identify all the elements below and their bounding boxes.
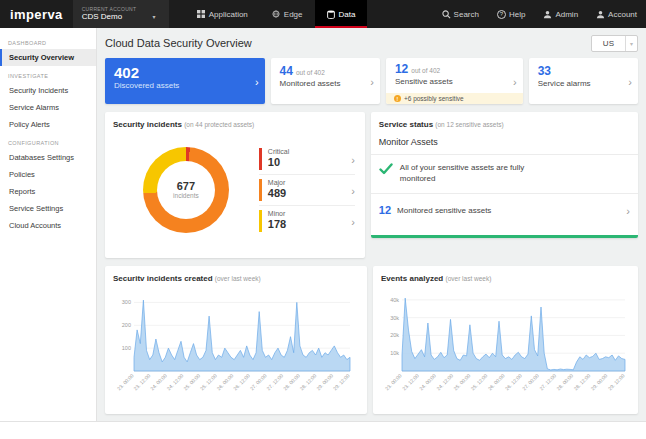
status-message-row: All of your sensitive assets are fully m… xyxy=(379,155,630,193)
svg-text:25. 00:00: 25. 00:00 xyxy=(182,372,201,391)
sidebar-item-security-overview[interactable]: Security Overview xyxy=(0,49,96,66)
sidebar-item-reports[interactable]: Reports xyxy=(0,183,96,200)
imperva-logo: imperva xyxy=(0,0,73,28)
account-user-icon xyxy=(596,10,605,19)
sidebar-item-cloud-accounts[interactable]: Cloud Accounts xyxy=(0,217,96,234)
legend-row-minor[interactable]: Minor178 xyxy=(259,206,355,236)
kpi-label: Sensitive assets xyxy=(395,77,514,86)
search-icon xyxy=(442,10,451,19)
svg-text:200: 200 xyxy=(122,322,131,328)
legend-row-major[interactable]: Major489 xyxy=(259,175,355,206)
sidebar-item-policies[interactable]: Policies xyxy=(0,166,96,183)
kpi-suffix: out of 402 xyxy=(296,69,325,76)
chevron-right-icon xyxy=(370,72,374,90)
card-title: Securitv incidents created (over last we… xyxy=(113,274,359,283)
svg-text:28. 12:00: 28. 12:00 xyxy=(299,372,318,391)
svg-text:23. 00:00: 23. 00:00 xyxy=(116,372,135,391)
card-title-text: Service status xyxy=(379,120,433,129)
admin-label: Admin xyxy=(555,10,578,19)
legend-color-bar xyxy=(259,179,262,201)
region-selector[interactable]: US xyxy=(591,35,638,52)
sidebar-item-databases-settings[interactable]: Databases Settings xyxy=(0,149,96,166)
page-footer xyxy=(0,421,646,439)
chevron-right-icon xyxy=(255,72,259,90)
incidents-created-chart-card: Securitv incidents created (over last we… xyxy=(105,266,367,414)
app-window: imperva CURRENT ACCOUNT CDS Demo Applica… xyxy=(0,0,646,439)
kpi-sensitive-assets[interactable]: 12 out of 402 Sensitive assets +6 possib… xyxy=(386,58,523,104)
svg-text:28. 12:00: 28. 12:00 xyxy=(572,372,591,391)
card-title: Events analyzed (over last week) xyxy=(381,274,630,283)
account-button[interactable]: Account xyxy=(587,0,646,28)
sidebar-item-policy-alerts[interactable]: Policy Alerts xyxy=(0,116,96,133)
check-icon xyxy=(379,163,393,175)
account-label: Account xyxy=(608,10,637,19)
chevron-right-icon xyxy=(626,201,630,219)
incidents-donut-chart: 677 incidents xyxy=(113,147,259,233)
help-button[interactable]: Help xyxy=(488,0,534,28)
page-title: Cloud Data Security Overview xyxy=(105,37,252,49)
kpi-value: 44 xyxy=(280,64,293,78)
sidebar-section-dashboard: DASHBOARD xyxy=(0,33,96,49)
events-analyzed-area-chart: 10k20k30k40k23. 00:0023. 12:0024. 00:002… xyxy=(381,286,630,404)
svg-text:27. 12:00: 27. 12:00 xyxy=(265,372,284,391)
sidebar-section-investigate: INVESTIGATE xyxy=(0,66,96,82)
account-switcher[interactable]: CURRENT ACCOUNT CDS Demo xyxy=(73,0,169,28)
svg-text:30k: 30k xyxy=(390,315,399,321)
monitor-assets-heading: Monitor Assets xyxy=(379,137,630,147)
note-text: +6 possibly sensitive xyxy=(404,95,464,102)
monitored-sensitive-assets-link[interactable]: 12 Monitored sensitive assets xyxy=(379,194,630,227)
svg-text:25. 12:00: 25. 12:00 xyxy=(470,372,489,391)
svg-text:25. 00:00: 25. 00:00 xyxy=(452,372,471,391)
card-subtitle: (over last week) xyxy=(445,275,491,282)
svg-text:24. 00:00: 24. 00:00 xyxy=(418,372,437,391)
kpi-discovered-assets[interactable]: 402 Discovered assets xyxy=(105,58,265,104)
legend-label: Critical xyxy=(268,148,289,156)
sidebar-section-configuration: CONFIGURATION xyxy=(0,133,96,149)
legend-color-bar xyxy=(259,148,262,170)
database-icon xyxy=(327,10,335,19)
svg-text:29. 12:00: 29. 12:00 xyxy=(607,372,626,391)
legend-value: 10 xyxy=(268,156,289,169)
svg-text:29. 00:00: 29. 00:00 xyxy=(315,372,334,391)
sidebar-navigation: DASHBOARDSecurity OverviewINVESTIGATESec… xyxy=(0,28,97,421)
card-subtitle: (on 12 sensitive assets) xyxy=(435,121,503,128)
sidebar-item-service-settings[interactable]: Service Settings xyxy=(0,200,96,217)
kpi-service-alarms[interactable]: 33 Service alarms xyxy=(529,58,638,104)
monitored-count-label: Monitored sensitive assets xyxy=(397,206,491,215)
donut-ring: 677 incidents xyxy=(143,147,229,233)
help-icon xyxy=(497,10,506,19)
sidebar-item-security-incidents[interactable]: Security Incidents xyxy=(0,82,96,99)
sidebar-item-service-alarms[interactable]: Service Alarms xyxy=(0,99,96,116)
warning-icon xyxy=(394,95,401,102)
events-analyzed-chart-card: Events analyzed (over last week) 10k20k3… xyxy=(373,266,638,414)
service-status-card: Service status (on 12 sensitive assets) … xyxy=(371,112,638,238)
kpi-monitored-assets[interactable]: 44 out of 402 Monitored assets xyxy=(271,58,380,104)
svg-text:29. 00:00: 29. 00:00 xyxy=(590,372,609,391)
svg-text:26. 00:00: 26. 00:00 xyxy=(487,372,506,391)
svg-text:25. 12:00: 25. 12:00 xyxy=(199,372,218,391)
kpi-label: Monitored assets xyxy=(280,79,371,88)
chevron-down-icon xyxy=(152,5,155,23)
incidents-severity-legend: Critical10Major489Minor178 xyxy=(259,144,355,236)
chevron-right-icon xyxy=(351,212,355,230)
svg-text:27. 00:00: 27. 00:00 xyxy=(521,372,540,391)
kpi-value: 33 xyxy=(538,64,551,78)
incidents-created-area-chart: 10020030023. 00:0023. 12:0024. 00:0024. … xyxy=(113,286,355,404)
main-content: Cloud Data Security Overview US 402 Disc… xyxy=(97,28,646,421)
nav-item-data[interactable]: Data xyxy=(315,0,368,28)
admin-button[interactable]: Admin xyxy=(534,0,587,28)
svg-text:29. 12:00: 29. 12:00 xyxy=(332,372,351,391)
chevron-down-icon xyxy=(630,39,633,48)
donut-total-value: 677 xyxy=(177,180,195,192)
possibly-sensitive-note: +6 possibly sensitive xyxy=(386,93,523,104)
card-title-text: Securitv incidents created xyxy=(113,274,213,283)
search-label: Search xyxy=(454,10,479,19)
svg-text:27. 00:00: 27. 00:00 xyxy=(249,372,268,391)
product-nav: Application Edge Data xyxy=(185,0,368,28)
nav-item-edge[interactable]: Edge xyxy=(260,0,315,28)
chevron-right-icon xyxy=(351,181,355,199)
legend-row-critical[interactable]: Critical10 xyxy=(259,144,355,175)
legend-value: 178 xyxy=(268,218,286,231)
nav-item-application[interactable]: Application xyxy=(185,0,260,28)
search-button[interactable]: Search xyxy=(433,0,488,28)
